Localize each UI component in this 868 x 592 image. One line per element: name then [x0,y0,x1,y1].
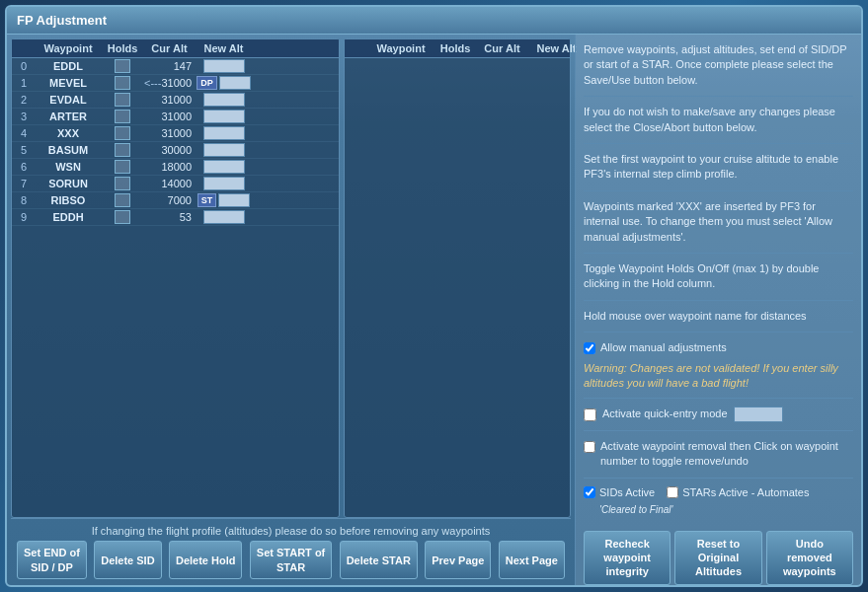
delete-hold-button[interactable]: Delete Hold [169,541,243,579]
row-hold[interactable] [103,76,142,90]
row-num: 4 [14,127,34,139]
row-hold[interactable] [103,160,142,174]
col-holds: Holds [103,42,142,54]
row-num: 9 [14,211,34,223]
row-new-alt[interactable] [197,59,251,73]
row-cur-alt: 147 [142,60,197,72]
row-waypoint[interactable]: XXX [34,127,103,139]
quick-entry-label: Activate quick-entry mode [602,407,728,421]
stars-active-checkbox[interactable] [667,486,678,498]
info-text-2: If you do not wish to make/save any chan… [584,105,853,135]
info-text-3: Set the first waypoint to your cruise al… [584,152,853,183]
waypoint-removal-checkbox[interactable] [584,441,595,453]
info-text-1: Remove waypoints, adjust altitudes, set … [584,42,853,88]
waypoint-removal-row: Activate waypoint removal then Click on … [584,439,853,470]
col-newalt: New Alt [197,42,251,54]
delete-star-button[interactable]: Delete STAR [340,541,418,579]
row-waypoint[interactable]: EVDAL [34,94,103,106]
left-panel: Waypoint Holds Cur Alt New Alt 0 EDDL 14… [7,35,575,585]
row-new-alt[interactable] [197,160,251,174]
waypoint-removal-label: Activate waypoint removal then Click on … [600,439,853,470]
quick-entry-checkbox[interactable] [584,408,596,421]
quick-entry-input[interactable] [734,407,783,422]
bottom-bar: If changing the flight profile (altitude… [11,518,571,581]
table-row: 1 MEVEL <---31000 DP [12,75,339,92]
row-new-alt[interactable] [197,177,251,190]
row-hold[interactable] [103,177,142,190]
col-num [14,42,34,54]
reset-original-button[interactable]: Reset to OriginalAltitudes [674,531,761,585]
row-hold[interactable] [103,143,142,157]
row-new-alt[interactable] [197,210,251,224]
content-area: Waypoint Holds Cur Alt New Alt 0 EDDL 14… [7,35,861,585]
info-text-4: Waypoints marked 'XXX' are inserted by P… [584,199,853,245]
row-waypoint[interactable]: ARTER [34,111,103,122]
set-end-sid-button[interactable]: Set END ofSID / DP [17,541,87,579]
row-new-alt[interactable]: DP [197,76,251,90]
allow-manual-checkbox[interactable] [584,342,595,354]
row-num: 1 [14,77,34,89]
row-waypoint[interactable]: SORUN [34,178,103,189]
info-text-6: Hold mouse over waypoint name for distan… [584,309,853,324]
row-hold[interactable] [103,126,142,140]
row-num: 8 [14,194,34,206]
next-page-button[interactable]: Next Page [499,541,565,579]
row-new-alt[interactable] [197,93,251,107]
separator-1 [584,96,853,97]
row-cur-alt: 30000 [142,144,197,156]
row-cur-alt: <---31000 [142,77,197,89]
col2-holds: Holds [435,42,475,54]
delete-sid-button[interactable]: Delete SID [94,541,161,579]
status-message: If changing the flight profile (altitude… [17,523,565,541]
row-num: 5 [14,144,34,156]
warning-text: Warning: Changes are not validated! If y… [584,361,853,390]
allow-manual-label: Allow manual adjustments [600,340,727,355]
col2-num [347,42,366,54]
table-row: 6 WSN 18000 [12,159,339,176]
col-curalt: Cur Alt [142,42,197,54]
row-new-alt[interactable] [197,126,251,140]
table-row: 8 RIBSO 7000 ST [12,192,339,209]
row-waypoint[interactable]: RIBSO [34,194,103,206]
row-new-alt[interactable]: ST [197,193,251,207]
table-row: 9 EDDH 53 [12,209,339,226]
row-waypoint[interactable]: BASUM [34,144,103,156]
row-waypoint[interactable]: MEVEL [34,77,103,89]
separator-7 [584,398,853,399]
sids-active-label: SIDs Active [599,486,655,498]
tables-wrapper: Waypoint Holds Cur Alt New Alt 0 EDDL 14… [11,38,571,518]
row-hold[interactable] [103,93,142,107]
row-cur-alt: 53 [142,211,197,223]
cleared-final-label: 'Cleared to Final' [599,504,853,515]
title-bar: FP Adjustment [7,7,861,35]
row-waypoint[interactable]: WSN [34,161,103,173]
dp-badge: DP [197,76,217,90]
row-cur-alt: 31000 [142,127,197,139]
row-cur-alt: 7000 [142,194,197,206]
recheck-button[interactable]: Recheckwaypointintegrity [584,531,671,585]
sids-active-checkbox[interactable] [584,486,595,498]
undo-removed-button[interactable]: Undo removedwaypoints [766,531,853,585]
table-header-2: Waypoint Holds Cur Alt New Alt [345,39,570,58]
row-new-alt[interactable] [197,143,251,157]
set-start-star-button[interactable]: Set START ofSTAR [250,541,332,579]
window-title: FP Adjustment [17,13,107,28]
row-hold[interactable] [103,110,142,123]
table-row: 7 SORUN 14000 [12,176,339,192]
separator-9 [584,478,853,479]
row-cur-alt: 31000 [142,111,197,122]
main-window: FP Adjustment Waypoint Holds Cur Alt New… [5,5,863,587]
row-waypoint[interactable]: EDDH [34,211,103,223]
row-new-alt[interactable] [197,110,251,123]
row-num: 3 [14,111,34,122]
separator-4 [584,253,853,254]
row-hold[interactable] [103,59,142,73]
row-hold[interactable] [103,210,142,224]
prev-page-button[interactable]: Prev Page [425,541,491,579]
row-hold[interactable] [103,193,142,207]
waypoint-table-2: Waypoint Holds Cur Alt New Alt [344,38,571,518]
table-header-1: Waypoint Holds Cur Alt New Alt [12,39,339,58]
separator-8 [584,430,853,431]
row-waypoint[interactable]: EDDL [34,60,103,72]
row-num: 0 [14,60,34,72]
